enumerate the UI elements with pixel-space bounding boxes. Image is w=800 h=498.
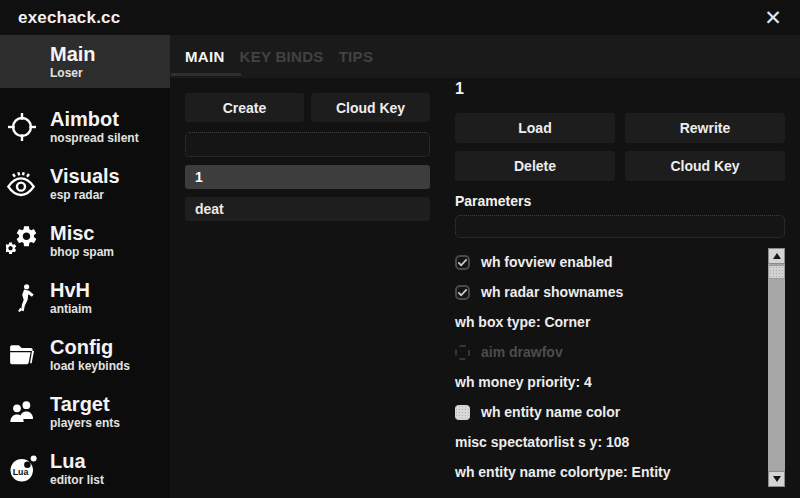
- content-area: MAIN KEY BINDS TIPS Create Cloud Key 1 d…: [170, 35, 800, 498]
- window-title: exechack.cc: [0, 8, 120, 28]
- sidebar-item-subtitle: bhop spam: [50, 246, 114, 259]
- scroll-up-button[interactable]: [768, 248, 785, 264]
- sidebar: Main Loser Aimbot nospread silent: [0, 35, 170, 498]
- sidebar-item-main[interactable]: Main Loser: [0, 35, 170, 88]
- create-button[interactable]: Create: [185, 93, 304, 122]
- sidebar-item-subtitle: load keybinds: [50, 360, 130, 373]
- config-list-panel: Create Cloud Key 1 deat: [185, 93, 430, 229]
- parameters-scrollbar[interactable]: [768, 248, 785, 487]
- sidebar-item-title: Misc: [50, 223, 114, 244]
- param-label: wh radar shownames: [481, 284, 623, 300]
- param-row-wh-box-type[interactable]: wh box type: Corner: [455, 307, 785, 337]
- cloud-key-button[interactable]: Cloud Key: [625, 151, 785, 181]
- sidebar-item-lua[interactable]: Lua Lua editor list: [0, 440, 170, 497]
- param-row-wh-entity-name-color[interactable]: wh entity name color: [455, 397, 785, 427]
- cheat-menu-window: exechack.cc ✕ Main Loser Aimbot nospread…: [0, 0, 800, 498]
- sidebar-item-title: Visuals: [50, 166, 120, 187]
- param-label: wh fovview enabled: [481, 254, 612, 270]
- rewrite-button[interactable]: Rewrite: [625, 113, 785, 143]
- param-row-wh-entity-name-colortype[interactable]: wh entity name colortype: Entity: [455, 457, 785, 487]
- people-icon: [0, 397, 46, 427]
- config-list-item[interactable]: 1: [185, 165, 430, 189]
- config-name-input[interactable]: [185, 132, 430, 157]
- param-row-wh-money-priority[interactable]: wh money priority: 4: [455, 367, 785, 397]
- sidebar-item-subtitle: nospread silent: [50, 132, 139, 145]
- sidebar-item-title: Target: [50, 394, 120, 415]
- param-label: misc spectatorlist s y: 108: [455, 434, 629, 450]
- param-label: wh entity name color: [481, 404, 620, 420]
- sidebar-item-subtitle: esp radar: [50, 189, 120, 202]
- checkbox-checked-icon[interactable]: [455, 255, 470, 270]
- param-row-wh-fovview-enabled[interactable]: wh fovview enabled: [455, 247, 785, 277]
- eye-icon: [0, 168, 46, 200]
- sidebar-item-target[interactable]: Target players ents: [0, 383, 170, 440]
- config-detail-panel: 1 Load Rewrite Delete Cloud Key Paramete…: [455, 80, 785, 487]
- tab-tips[interactable]: TIPS: [339, 35, 374, 78]
- crosshair-icon: [0, 111, 46, 143]
- sidebar-item-hvh[interactable]: HvH antiaim: [0, 269, 170, 326]
- param-label: wh box type: Corner: [455, 314, 590, 330]
- tab-key-binds[interactable]: KEY BINDS: [240, 35, 324, 78]
- checkbox-checked-icon[interactable]: [455, 285, 470, 300]
- param-row-misc-spectatorlist[interactable]: misc spectatorlist s y: 108: [455, 427, 785, 457]
- sidebar-item-aimbot[interactable]: Aimbot nospread silent: [0, 98, 170, 155]
- scroll-down-button[interactable]: [768, 471, 785, 487]
- param-row-wh-radar-shownames[interactable]: wh radar shownames: [455, 277, 785, 307]
- scrollbar-thumb[interactable]: [768, 265, 785, 279]
- parameters-search-input[interactable]: [455, 215, 785, 238]
- arrow-down-icon: [773, 476, 781, 482]
- sidebar-item-subtitle: Loser: [50, 67, 96, 80]
- checkbox-unchecked-icon[interactable]: [455, 345, 470, 360]
- lua-icon: Lua: [0, 454, 46, 484]
- param-label: aim drawfov: [481, 344, 563, 360]
- close-icon[interactable]: ✕: [760, 4, 786, 30]
- sidebar-item-title: Aimbot: [50, 109, 139, 130]
- parameters-list: wh fovview enabled wh radar shownames wh…: [455, 247, 785, 487]
- config-list: 1 deat: [185, 165, 430, 221]
- config-list-item[interactable]: deat: [185, 197, 430, 221]
- sidebar-item-misc[interactable]: Misc bhop spam: [0, 212, 170, 269]
- sidebar-item-subtitle: players ents: [50, 417, 120, 430]
- sidebar-item-title: Lua: [50, 451, 104, 472]
- color-swatch-icon[interactable]: [455, 405, 470, 420]
- sidebar-item-config[interactable]: Config load keybinds: [0, 326, 170, 383]
- sidebar-item-subtitle: editor list: [50, 474, 104, 487]
- tab-bar: MAIN KEY BINDS TIPS: [170, 35, 800, 78]
- arrow-up-icon: [773, 253, 781, 259]
- tab-main[interactable]: MAIN: [185, 35, 225, 78]
- sidebar-item-subtitle: antiaim: [50, 303, 92, 316]
- load-button[interactable]: Load: [455, 113, 615, 143]
- sidebar-item-visuals[interactable]: Visuals esp radar: [0, 155, 170, 212]
- sidebar-item-title: HvH: [50, 280, 92, 301]
- sidebar-item-title: Config: [50, 337, 130, 358]
- gears-icon: [0, 225, 46, 257]
- svg-text:Lua: Lua: [13, 467, 29, 477]
- parameters-label: Parameters: [455, 193, 785, 209]
- cloud-key-button[interactable]: Cloud Key: [311, 93, 430, 122]
- soldier-icon: [0, 282, 46, 314]
- param-label: wh entity name colortype: Entity: [455, 464, 670, 480]
- titlebar: exechack.cc ✕: [0, 0, 800, 35]
- delete-button[interactable]: Delete: [455, 151, 615, 181]
- sidebar-item-title: Main: [50, 44, 96, 65]
- param-row-aim-drawfov[interactable]: aim drawfov: [455, 337, 785, 367]
- param-label: wh money priority: 4: [455, 374, 592, 390]
- folder-icon: [0, 340, 46, 370]
- selected-config-name: 1: [455, 80, 785, 100]
